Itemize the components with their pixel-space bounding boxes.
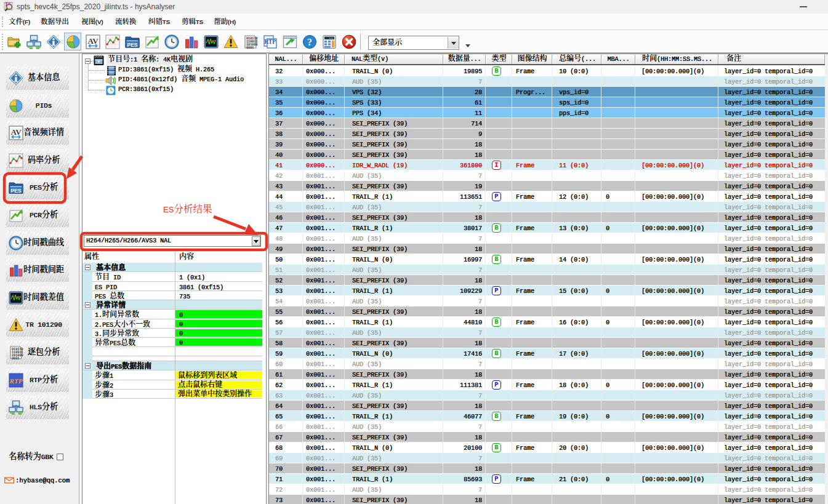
svg-text:AV: AV: [10, 127, 22, 137]
svg-text:0001: 0001: [246, 46, 254, 50]
svg-text:RTP: RTP: [9, 377, 23, 385]
svg-text:?: ?: [307, 37, 312, 47]
svg-text:PES: PES: [10, 188, 21, 194]
svg-text:PES: PES: [127, 42, 137, 48]
svg-text:AV: AV: [87, 36, 98, 46]
svg-text:0001: 0001: [12, 357, 19, 361]
svg-text:RTP: RTP: [265, 39, 276, 45]
svg-text:649: 649: [329, 37, 334, 39]
